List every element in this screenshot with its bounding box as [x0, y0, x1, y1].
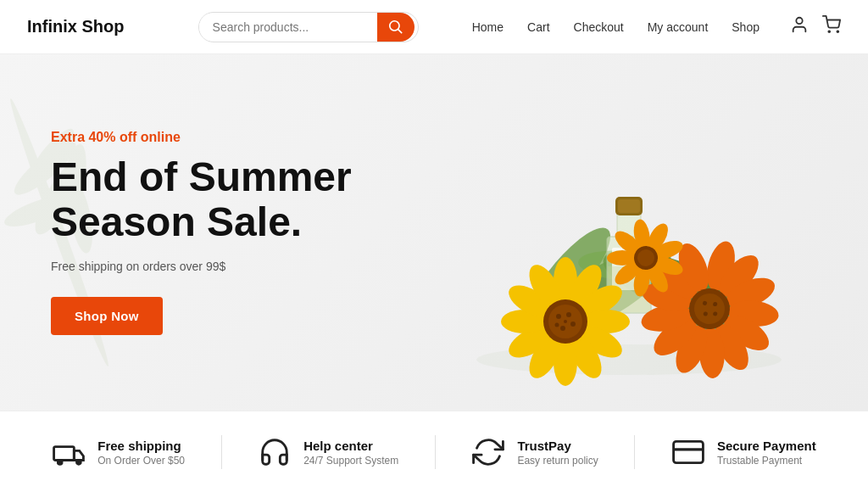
- feature-title: Help center: [303, 439, 398, 453]
- feature-subtitle: 24/7 Support System: [303, 455, 398, 467]
- feature-trustpay-text: TrustPay Easy return policy: [517, 439, 598, 467]
- divider-2: [435, 435, 436, 469]
- feature-help-center: Help center 24/7 Support System: [258, 436, 398, 468]
- svg-point-40: [555, 323, 559, 327]
- hero-shipping-text: Free shipping on orders over 99$: [51, 260, 352, 273]
- svg-point-37: [566, 312, 571, 317]
- user-icon[interactable]: [790, 15, 809, 38]
- nav-checkout[interactable]: Checkout: [574, 20, 624, 34]
- svg-rect-19: [618, 199, 640, 213]
- search-button[interactable]: [377, 13, 415, 42]
- feature-title: Secure Payment: [717, 439, 816, 453]
- search-bar: [198, 12, 419, 42]
- svg-point-39: [560, 326, 565, 331]
- nav-icons: [790, 15, 841, 38]
- svg-point-1: [828, 31, 830, 32]
- nav-home[interactable]: Home: [472, 20, 504, 34]
- feature-title: Free shipping: [97, 439, 185, 453]
- feature-title: TrustPay: [517, 439, 598, 453]
- hero-subtitle-post: off online: [116, 130, 181, 144]
- svg-point-0: [796, 18, 802, 24]
- search-input[interactable]: [199, 14, 377, 41]
- divider-3: [634, 435, 635, 469]
- feature-secure-payment: Secure Payment Trustable Payment: [671, 436, 816, 468]
- credit-card-icon: [671, 436, 705, 468]
- svg-rect-72: [54, 447, 75, 461]
- hero-content: Extra 40% off online End of Summer Seaso…: [0, 79, 403, 387]
- svg-point-74: [77, 461, 81, 465]
- svg-point-41: [564, 320, 567, 323]
- feature-subtitle: Easy return policy: [517, 455, 598, 467]
- svg-point-2: [837, 31, 838, 32]
- hero-subtitle: Extra 40% off online: [51, 130, 352, 145]
- headphones-icon: [258, 436, 292, 468]
- hero-subtitle-pre: Extra: [51, 130, 88, 144]
- hero-discount: 40%: [88, 130, 115, 144]
- nav-myaccount[interactable]: My account: [648, 20, 709, 34]
- svg-point-73: [58, 461, 63, 465]
- hero-section: Extra 40% off online End of Summer Seaso…: [0, 54, 868, 411]
- main-nav: Home Cart Checkout My account Shop: [472, 15, 841, 38]
- svg-rect-75: [673, 441, 703, 462]
- truck-icon: [52, 436, 86, 468]
- nav-shop[interactable]: Shop: [732, 20, 760, 34]
- features-bar: Free shipping On Order Over $50 Help cen…: [0, 411, 868, 492]
- hero-image: [391, 54, 868, 411]
- cart-icon[interactable]: [822, 15, 841, 38]
- nav-cart[interactable]: Cart: [527, 20, 549, 34]
- shop-now-button[interactable]: Shop Now: [51, 297, 163, 335]
- site-header: Infinix Shop Home Cart Checkout My accou…: [0, 0, 868, 54]
- feature-secure-text: Secure Payment Trustable Payment: [717, 439, 816, 467]
- feature-trustpay: TrustPay Easy return policy: [471, 436, 598, 468]
- search-icon: [389, 20, 403, 34]
- svg-point-36: [556, 314, 561, 319]
- feature-subtitle: On Order Over $50: [97, 455, 185, 467]
- site-logo: Infinix Shop: [27, 17, 124, 36]
- svg-point-38: [570, 321, 576, 327]
- feature-help-text: Help center 24/7 Support System: [303, 439, 398, 467]
- feature-free-shipping: Free shipping On Order Over $50: [52, 436, 185, 468]
- hero-title: End of Summer Season Sale.: [51, 155, 352, 245]
- feature-subtitle: Trustable Payment: [717, 455, 816, 467]
- flower-illustration: [434, 71, 824, 394]
- refresh-icon: [471, 436, 505, 468]
- feature-free-shipping-text: Free shipping On Order Over $50: [97, 439, 185, 467]
- divider-1: [221, 435, 222, 469]
